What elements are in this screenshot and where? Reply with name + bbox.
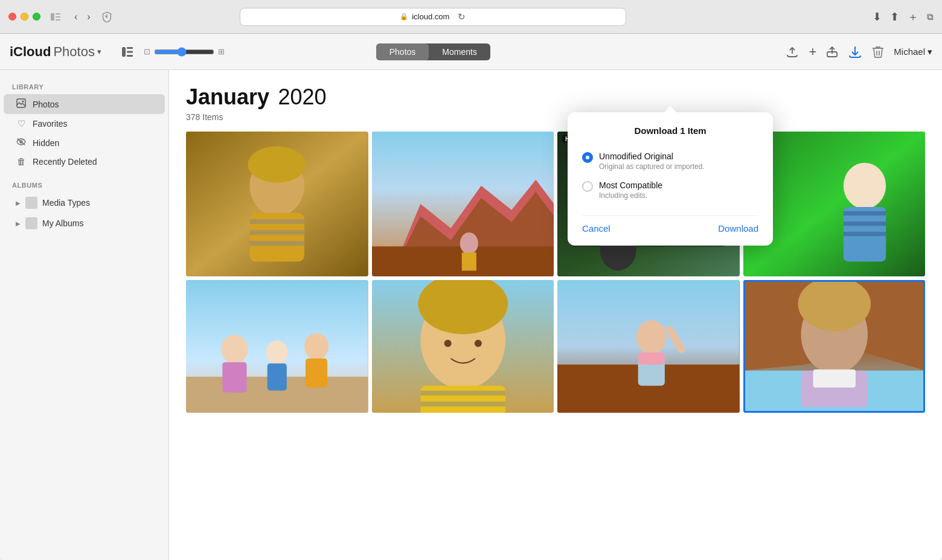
sidebar-item-recently-deleted[interactable]: 🗑 Recently Deleted — [4, 152, 165, 171]
sidebar-item-favorites[interactable]: ♡ Favorites — [4, 114, 165, 133]
hidden-icon — [16, 138, 27, 148]
user-chevron-icon: ▾ — [928, 46, 932, 57]
share-action-button[interactable] — [826, 46, 838, 58]
hidden-item-label: Hidden — [33, 138, 59, 148]
albums-section-label: Albums — [0, 178, 168, 192]
zoom-slider[interactable] — [154, 47, 214, 57]
photo-cell-1[interactable] — [186, 132, 368, 276]
option-unmodified-sublabel: Original as captured or imported. — [599, 162, 705, 171]
svg-rect-17 — [250, 230, 304, 235]
browser-chrome: ‹ › 🔒 icloud.com ↻ ⬇ ⬆ ＋ ⧉ — [0, 0, 942, 34]
svg-rect-1 — [56, 13, 60, 14]
svg-rect-16 — [250, 219, 304, 224]
add-button[interactable]: + — [809, 44, 816, 60]
maximize-button[interactable] — [33, 13, 40, 21]
moments-tab[interactable]: Moments — [429, 43, 490, 60]
svg-point-10 — [22, 101, 24, 103]
sidebar-item-my-albums[interactable]: ▶ My Albums — [4, 213, 165, 234]
tab-group: Photos Moments — [376, 43, 490, 60]
svg-rect-6 — [127, 51, 133, 52]
svg-rect-2 — [56, 16, 60, 18]
forward-button[interactable]: › — [83, 10, 94, 24]
sidebar-item-hidden[interactable]: Hidden — [4, 133, 165, 152]
photos-area: January 2020 378 Items — [169, 70, 942, 560]
toolbar-right: + Michael ▾ — [786, 44, 932, 60]
heart-icon: ♡ — [16, 118, 27, 129]
sidebar-toggle-button[interactable] — [46, 10, 65, 24]
nav-arrows: ‹ › — [71, 10, 94, 24]
new-tab-button[interactable]: ＋ — [908, 10, 918, 24]
svg-rect-3 — [56, 19, 60, 21]
svg-rect-40 — [222, 362, 246, 392]
zoom-out-icon: ⊡ — [144, 47, 150, 56]
refresh-button[interactable]: ↻ — [458, 11, 466, 22]
confirm-download-button[interactable]: Download — [718, 223, 758, 234]
address-bar[interactable]: 🔒 icloud.com ↻ — [240, 8, 626, 26]
photos-icon — [16, 98, 27, 110]
svg-point-52 — [474, 340, 481, 347]
photos-item-label: Photos — [33, 100, 59, 109]
option-unmodified[interactable]: Unmodified Original Original as captured… — [582, 147, 758, 176]
download-popover: Download 1 Item Unmodified Original Orig… — [568, 112, 773, 246]
cancel-button[interactable]: Cancel — [582, 223, 610, 234]
svg-rect-34 — [843, 211, 885, 215]
popover-title: Download 1 Item — [582, 126, 758, 136]
download-button[interactable] — [848, 45, 862, 59]
photo-cell-2[interactable] — [372, 132, 554, 276]
month-title: January — [186, 84, 269, 109]
recently-deleted-label: Recently Deleted — [33, 157, 97, 167]
zoom-control: ⊡ ⊞ — [144, 47, 225, 57]
my-albums-album-icon — [25, 217, 37, 229]
delete-button[interactable] — [872, 45, 884, 59]
svg-rect-48 — [420, 386, 505, 413]
upload-button[interactable] — [786, 45, 799, 59]
sidebar-toggle-icon[interactable] — [118, 43, 136, 61]
app-toolbar: iCloud Photos ▾ ⊡ ⊞ Photos Moments — [0, 34, 942, 70]
month-header: January 2020 378 Items — [186, 84, 925, 122]
option-compatible[interactable]: Most Compatible Including edits. — [582, 176, 758, 205]
option-compatible-text: Most Compatible Including edits. — [599, 180, 662, 200]
download-manager-button[interactable]: ⬇ — [873, 10, 882, 24]
back-button[interactable]: ‹ — [71, 10, 81, 24]
app-logo: iCloud Photos ▾ — [10, 44, 101, 60]
sidebar-item-media-types[interactable]: ▶ Media Types — [4, 192, 165, 213]
sidebar-item-photos[interactable]: Photos — [4, 94, 165, 114]
svg-rect-5 — [127, 47, 133, 49]
share-button[interactable]: ⬆ — [890, 10, 899, 24]
photo-cell-8[interactable] — [743, 280, 926, 413]
item-count: 378 Items — [186, 112, 925, 122]
sidebar: Library Photos ♡ Favorites — [0, 70, 169, 560]
my-albums-chevron-icon: ▶ — [16, 220, 21, 227]
icloud-label: iCloud — [10, 44, 51, 60]
svg-rect-50 — [420, 401, 505, 406]
close-button[interactable] — [8, 13, 16, 21]
svg-rect-49 — [420, 390, 505, 395]
svg-point-41 — [266, 340, 288, 364]
user-menu-button[interactable]: Michael ▾ — [894, 46, 932, 57]
media-types-album-icon — [25, 197, 37, 209]
radio-unmodified[interactable] — [582, 152, 593, 163]
app-window: iCloud Photos ▾ ⊡ ⊞ Photos Moments — [0, 34, 942, 560]
radio-compatible[interactable] — [582, 181, 593, 192]
popover-actions: Cancel Download — [582, 215, 758, 234]
photos-label: Photos — [53, 44, 95, 60]
browser-actions: ⬇ ⬆ ＋ ⧉ — [873, 10, 934, 24]
photos-tab[interactable]: Photos — [376, 43, 429, 60]
option-compatible-label: Most Compatible — [599, 180, 662, 190]
photo-cell-5[interactable] — [186, 280, 368, 413]
main-content: Library Photos ♡ Favorites — [0, 70, 942, 560]
tab-overview-button[interactable]: ⧉ — [927, 11, 934, 22]
photo-cell-7[interactable] — [557, 280, 740, 413]
svg-rect-7 — [127, 55, 133, 57]
year-title: 2020 — [278, 84, 327, 109]
svg-rect-25 — [461, 252, 476, 270]
svg-rect-0 — [51, 13, 54, 21]
svg-rect-42 — [268, 363, 287, 390]
svg-point-24 — [460, 232, 478, 254]
minimize-button[interactable] — [21, 13, 28, 21]
media-types-label: Media Types — [42, 198, 90, 208]
photo-cell-6[interactable] — [372, 280, 554, 413]
option-unmodified-text: Unmodified Original Original as captured… — [599, 151, 705, 171]
lock-icon: 🔒 — [400, 13, 408, 21]
app-chevron-icon[interactable]: ▾ — [97, 47, 101, 56]
